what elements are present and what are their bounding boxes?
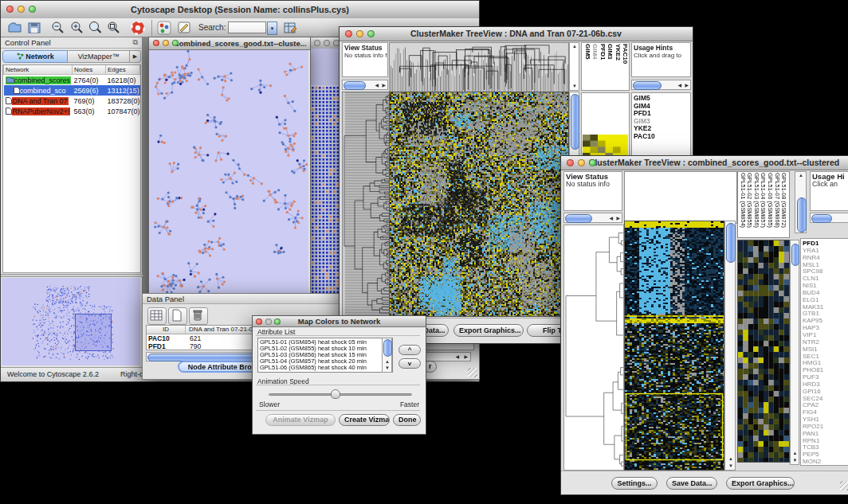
column-label[interactable]: GIM4: [591, 44, 599, 90]
zoom-window-icon[interactable]: [29, 6, 36, 13]
scroll-right-icon[interactable]: ▶: [685, 83, 689, 88]
export-graphics-button[interactable]: Export Graphics...: [726, 477, 795, 490]
scrollbar-thumb[interactable]: [344, 81, 366, 90]
column-label[interactable]: GPL51-01 (GSM854): [740, 173, 747, 237]
zoom-window-icon[interactable]: [172, 40, 179, 46]
column-label[interactable]: GPL51-02 (GSM855): [747, 173, 754, 237]
tv2-heatmap[interactable]: [624, 221, 724, 471]
scrollbar-thumb[interactable]: [797, 197, 807, 232]
minimize-icon[interactable]: [324, 40, 330, 46]
close-icon[interactable]: [153, 40, 159, 46]
column-label[interactable]: GPL51-06 (GSM865): [767, 173, 774, 237]
delete-attribute-button[interactable]: [189, 307, 208, 325]
panel-splitter[interactable]: [1, 274, 143, 277]
scroll-up-icon[interactable]: ▲: [385, 359, 390, 365]
tv1-heatmap[interactable]: [389, 92, 569, 317]
main-titlebar[interactable]: Cytoscape Desktop (Session Name: collins…: [1, 1, 479, 19]
tv2-gene-dendrogram[interactable]: [563, 225, 624, 471]
network-row[interactable]: DNA and Tran 07 769(0) 183728(0): [4, 96, 140, 106]
dialog-titlebar[interactable]: Map Colors to Network: [253, 316, 426, 327]
window-controls[interactable]: [6, 6, 36, 13]
tv1-gene-dendrogram[interactable]: [342, 92, 391, 317]
zoom-selected-icon[interactable]: [106, 21, 122, 36]
zoom-window-icon[interactable]: [589, 159, 596, 166]
scroll-up-icon[interactable]: ▲: [572, 44, 577, 49]
scroll-left-icon[interactable]: ◀: [455, 354, 459, 360]
network-window-titlebar[interactable]: combined_scores_good.txt--cluste...: [149, 37, 310, 50]
zoom-out-icon[interactable]: [50, 21, 66, 36]
tv1-mini-scroll-strip[interactable]: ▲ ▼: [569, 42, 579, 91]
search-dropdown-arrow[interactable]: ▼: [267, 21, 277, 35]
gene-label[interactable]: PAC10: [632, 133, 690, 141]
help-lifesaver-icon[interactable]: [130, 20, 146, 36]
resize-grip[interactable]: [468, 368, 477, 377]
scroll-left-icon[interactable]: ◀: [375, 83, 379, 88]
resize-grip[interactable]: [840, 481, 848, 490]
close-icon[interactable]: [6, 6, 14, 13]
slider-thumb[interactable]: [331, 389, 340, 399]
move-up-button[interactable]: ^: [398, 345, 421, 355]
scroll-down-icon[interactable]: ▼: [572, 84, 577, 89]
treeview2-titlebar[interactable]: ClusterMaker TreeView : combined_scores_…: [561, 156, 848, 170]
column-label[interactable]: GIM3: [607, 44, 614, 90]
tv2-vscrollbar[interactable]: ▲ ▼: [724, 221, 736, 471]
scroll-right-icon[interactable]: ▶: [616, 216, 620, 221]
tv1-column-dendrogram[interactable]: [389, 42, 569, 92]
tv2-column-dendrogram-area[interactable]: [624, 171, 737, 224]
network-row-selected[interactable]: combined_sco 2569(6) 13112(15): [4, 85, 140, 96]
treeview1-titlebar[interactable]: ClusterMaker TreeView : DNA and Tran 07-…: [340, 27, 693, 41]
zoom-window-icon[interactable]: [367, 30, 375, 37]
scroll-down-icon[interactable]: ▼: [793, 458, 798, 463]
birdseye-view[interactable]: [2, 278, 140, 365]
scrollbar-thumb[interactable]: [571, 94, 579, 150]
tv1-status-hscrollbar[interactable]: ◀ ▶: [342, 80, 388, 90]
column-label[interactable]: PAC10: [622, 44, 630, 90]
tab-vizmapper[interactable]: VizMapper™: [68, 50, 130, 63]
done-button[interactable]: Done: [393, 414, 421, 426]
scrollbar-thumb[interactable]: [726, 223, 736, 263]
scrollbar-thumb[interactable]: [811, 214, 832, 223]
float-panel-icon[interactable]: ⧉: [133, 38, 138, 47]
network-row[interactable]: RNAPuberNov2+! 563(0) 107847(0): [4, 106, 140, 116]
new-attribute-button[interactable]: [168, 307, 187, 325]
tab-network[interactable]: Network: [2, 50, 68, 63]
tab-overflow-button[interactable]: ▶: [130, 50, 141, 63]
tv1-usage-hscrollbar[interactable]: ◀ ▶: [631, 80, 691, 90]
scroll-down-icon[interactable]: ▼: [728, 463, 733, 469]
vizmap-nodes-icon[interactable]: [157, 21, 172, 35]
tv2-genelist-vscrollbar[interactable]: ▲ ▼: [790, 240, 799, 465]
search-input[interactable]: [228, 21, 266, 33]
close-icon[interactable]: [567, 159, 574, 166]
create-vizmap-button[interactable]: Create Vizmap: [339, 414, 390, 426]
scroll-left-icon[interactable]: ◀: [677, 83, 681, 88]
tv2-status-hscrollbar[interactable]: ◀ ▶: [563, 213, 622, 223]
scrollbar-thumb[interactable]: [383, 339, 392, 357]
minimize-icon[interactable]: [356, 30, 363, 37]
close-icon[interactable]: [314, 40, 320, 46]
tv2-labels-vscrollbar[interactable]: ▲: [795, 171, 807, 233]
export-graphics-button[interactable]: Export Graphics...: [453, 324, 524, 337]
column-label[interactable]: GPL51-03 (GSM856): [753, 173, 760, 237]
open-file-icon[interactable]: [7, 21, 22, 35]
tv2-usage-hscrollbar[interactable]: [810, 213, 848, 223]
minimize-icon[interactable]: [578, 159, 585, 166]
column-label[interactable]: YKE2: [614, 44, 622, 90]
column-label[interactable]: GPL51-04 (GSM857): [760, 173, 768, 237]
scroll-right-icon[interactable]: ▶: [464, 354, 468, 360]
scrollbar-thumb[interactable]: [633, 81, 662, 90]
select-attributes-button[interactable]: [147, 307, 167, 325]
close-icon[interactable]: [345, 30, 352, 37]
scroll-right-icon[interactable]: ▶: [382, 83, 386, 88]
close-icon[interactable]: [256, 318, 262, 325]
move-down-button[interactable]: v: [398, 358, 421, 369]
network-graph-view[interactable]: [149, 50, 308, 293]
gene-label[interactable]: MON2: [801, 459, 848, 466]
tv2-zoom-heatmap[interactable]: [737, 240, 790, 463]
zoom-fit-icon[interactable]: [88, 21, 104, 36]
scroll-up-icon[interactable]: ▲: [728, 456, 733, 462]
zoom-in-icon[interactable]: [69, 21, 85, 36]
col-network[interactable]: Network: [4, 65, 73, 75]
animation-speed-slider[interactable]: [269, 393, 412, 396]
network-row[interactable]: combined_scores 2764(0) 16218(0): [4, 75, 140, 86]
col-edges[interactable]: Edges: [106, 65, 140, 75]
